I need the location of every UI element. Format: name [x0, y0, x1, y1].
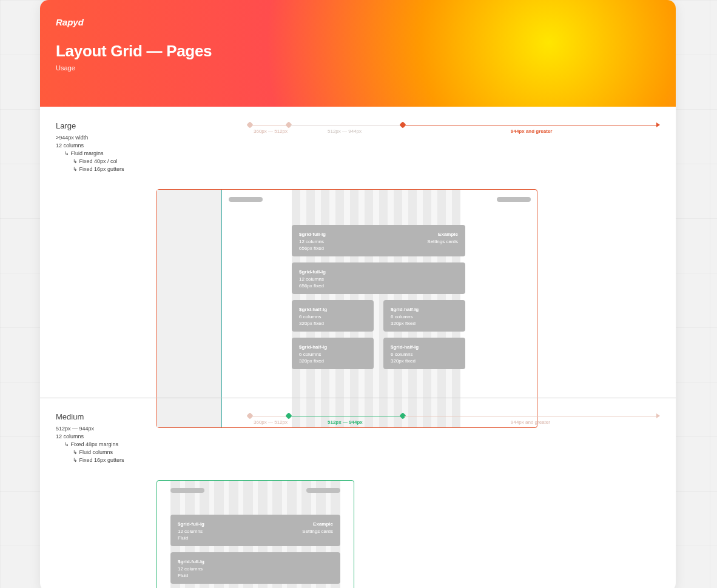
size: 656px fixed — [299, 282, 458, 290]
viewport-frame-medium: $grid-full-lg 12 columns Fluid Example S… — [157, 480, 354, 588]
token: $grid-half-lg — [391, 344, 458, 351]
cols: 6 columns — [299, 351, 366, 358]
token: $grid-half-lg — [299, 344, 366, 351]
size: 656px fixed — [299, 245, 458, 252]
spec-cols: 12 columns — [56, 142, 660, 150]
ruler-label-medium: 512px — 944px — [328, 419, 363, 425]
token: $grid-half-lg — [391, 306, 458, 313]
topbar-pill-left — [229, 197, 263, 202]
ruler-label-large: 944px and greater — [511, 129, 552, 134]
spec-gutters: Fixed 16px gutters — [73, 165, 660, 173]
card-stack-medium: $grid-full-lg 12 columns Fluid Example S… — [170, 515, 340, 588]
size: Fluid — [178, 572, 333, 580]
document-canvas: Rapyd Layout Grid — Pages Usage Large >9… — [40, 0, 676, 588]
card-half-2a: $grid-half-lg 6 columns 320px fixed — [292, 338, 374, 369]
cols: 12 columns — [178, 566, 333, 573]
token: $grid-half-lg — [299, 306, 366, 313]
spec-margins: Fluid margins — [64, 150, 660, 158]
cols: 6 columns — [391, 351, 458, 358]
token: $grid-full-lg — [299, 269, 458, 276]
size: Fluid — [178, 535, 333, 542]
card-half-1b: $grid-half-lg 6 columns 320px fixed — [383, 300, 465, 332]
ruler-label-large: 944px and greater — [511, 419, 550, 425]
breakpoint-ruler-large: 360px — 512px 512px — 944px 944px and gr… — [250, 121, 660, 133]
card-half-2b: $grid-half-lg 6 columns 320px fixed — [383, 338, 465, 369]
cols: 6 columns — [391, 313, 458, 321]
topbar-placeholder — [229, 197, 531, 202]
size: 320px fixed — [299, 320, 366, 327]
sidebar-divider — [221, 190, 222, 427]
spec-width: 512px — 944px — [56, 425, 660, 433]
spec-gutters: Fixed 16px gutters — [73, 456, 660, 464]
specs-large: >944px width 12 columns Fluid margins Fi… — [56, 134, 660, 173]
token: $grid-full-lg — [178, 558, 333, 566]
spec-cols: 12 columns — [56, 433, 660, 441]
size: 320px fixed — [391, 320, 458, 327]
ruler-label-small: 360px — 512px — [254, 129, 288, 134]
card-stack-large: $grid-full-lg 12 columns 656px fixed Exa… — [292, 225, 465, 369]
cols: 6 columns — [299, 313, 366, 321]
card-full-1: $grid-full-lg 12 columns Fluid Example S… — [170, 515, 340, 546]
example-desc: Settings cards — [302, 528, 333, 535]
cols: 12 columns — [299, 276, 458, 283]
page-title: Layout Grid — Pages — [56, 42, 660, 61]
spec-width: >944px width — [56, 134, 660, 142]
ruler-label-medium: 512px — 944px — [328, 129, 362, 134]
example-label: Example — [302, 521, 333, 528]
brand-logo: Rapyd — [56, 17, 660, 27]
topbar-pill-right — [497, 197, 531, 202]
section-large: Large >944px width 12 columns Fluid marg… — [40, 107, 676, 398]
spec-colw: Fixed 40px / col — [73, 158, 660, 165]
example-label: Example — [427, 231, 458, 238]
card-full-1: $grid-full-lg 12 columns 656px fixed Exa… — [292, 225, 465, 256]
page-subtitle: Usage — [56, 64, 660, 72]
size: 320px fixed — [299, 358, 366, 365]
doc-header: Rapyd Layout Grid — Pages Usage — [40, 0, 676, 107]
ruler-label-small: 360px — 512px — [254, 419, 288, 425]
spec-colw: Fluid columns — [73, 449, 660, 456]
app-sidebar-placeholder — [157, 190, 221, 427]
specs-medium: 512px — 944px 12 columns Fixed 48px marg… — [56, 425, 660, 464]
topbar-placeholder — [170, 488, 340, 493]
spec-margins: Fixed 48px margins — [64, 441, 660, 449]
section-medium: Medium 512px — 944px 12 columns Fixed 48… — [40, 398, 676, 588]
card-half-1a: $grid-half-lg 6 columns 320px fixed — [292, 300, 374, 332]
viewport-frame-large: $grid-full-lg 12 columns 656px fixed Exa… — [157, 189, 537, 428]
example-desc: Settings cards — [427, 238, 458, 246]
card-full-2: $grid-full-lg 12 columns Fluid — [170, 552, 340, 584]
card-full-2: $grid-full-lg 12 columns 656px fixed — [292, 262, 465, 294]
topbar-pill-left — [170, 488, 204, 493]
size: 320px fixed — [391, 358, 458, 365]
breakpoint-ruler-medium: 360px — 512px 512px — 944px 944px and gr… — [250, 412, 660, 424]
topbar-pill-right — [306, 488, 340, 493]
